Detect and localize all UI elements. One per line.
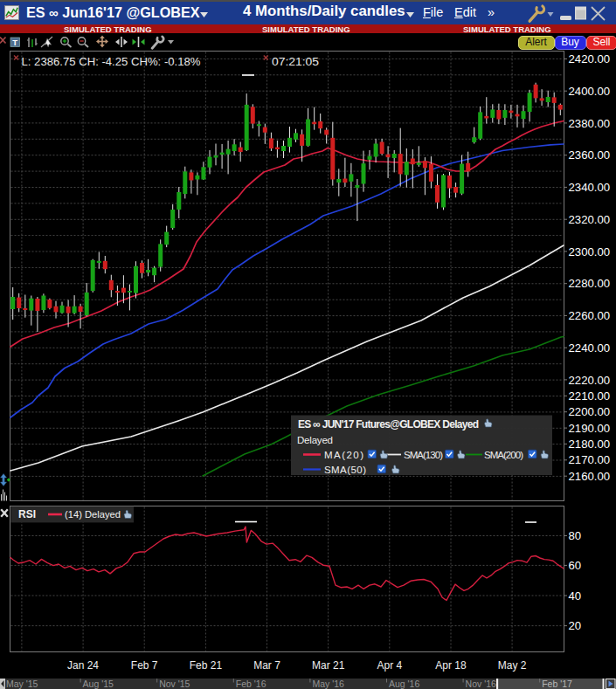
svg-text:Feb '17: Feb '17 [542, 679, 572, 689]
svg-text:07:21:05: 07:21:05 [272, 55, 319, 68]
svg-text:Apr 18: Apr 18 [435, 659, 467, 672]
svg-text:20: 20 [569, 619, 582, 632]
svg-text:2340.00: 2340.00 [569, 181, 611, 194]
svg-text:T: T [12, 38, 17, 47]
svg-text:May '16: May '16 [312, 679, 344, 689]
svg-text:ES ∞ JUN'17 Futures@GLOBEX Del: ES ∞ JUN'17 Futures@GLOBEX Delayed [298, 418, 479, 431]
svg-text:SMA(200): SMA(200) [484, 450, 523, 460]
svg-text:Aug '16: Aug '16 [389, 679, 419, 689]
svg-text:L: 2386.75 CH: -4.25 CH%: -0.1: L: 2386.75 CH: -4.25 CH%: -0.18% [22, 55, 201, 68]
svg-text:Mar 21: Mar 21 [312, 659, 345, 672]
svg-text:2190.00: 2190.00 [569, 422, 611, 435]
svg-text:2420.00: 2420.00 [569, 52, 611, 65]
svg-text:Nov '16: Nov '16 [466, 679, 496, 689]
svg-text:60: 60 [569, 559, 582, 572]
svg-text:May 2: May 2 [498, 659, 527, 672]
svg-text:Apr 4: Apr 4 [377, 659, 402, 672]
svg-text:2240.00: 2240.00 [569, 341, 611, 355]
svg-text:SMA(130): SMA(130) [404, 450, 443, 460]
svg-text:Jan 24: Jan 24 [67, 659, 99, 672]
svg-text:2320.00: 2320.00 [569, 213, 611, 226]
svg-text:2220.00: 2220.00 [569, 374, 611, 387]
svg-text:2260.00: 2260.00 [569, 309, 611, 322]
svg-text:2200.00: 2200.00 [569, 405, 611, 418]
svg-text:RSI: RSI [18, 508, 36, 520]
svg-text:2170.00: 2170.00 [569, 453, 611, 466]
svg-text:MA(20): MA(20) [324, 450, 363, 460]
svg-text:Feb 21: Feb 21 [190, 659, 223, 672]
svg-text:Nov '15: Nov '15 [159, 679, 190, 689]
svg-text:Feb 7: Feb 7 [131, 659, 158, 672]
svg-text:May '15: May '15 [6, 679, 38, 689]
svg-text:40: 40 [569, 589, 582, 603]
svg-text:2280.00: 2280.00 [569, 277, 611, 290]
svg-text:80: 80 [569, 529, 582, 542]
svg-text:2210.00: 2210.00 [569, 389, 611, 403]
svg-text:2180.00: 2180.00 [569, 438, 611, 451]
svg-text:Delayed: Delayed [297, 435, 333, 445]
svg-text:Mar 7: Mar 7 [253, 659, 280, 672]
svg-text:2360.00: 2360.00 [569, 148, 611, 162]
svg-text:2300.00: 2300.00 [569, 245, 611, 258]
svg-text:Feb '16: Feb '16 [236, 679, 266, 689]
svg-text:2400.00: 2400.00 [569, 85, 611, 98]
svg-text:(14) Delayed: (14) Delayed [65, 509, 121, 520]
svg-text:SMA(50): SMA(50) [324, 465, 366, 475]
svg-text:Aug '15: Aug '15 [83, 679, 114, 689]
svg-text:2380.00: 2380.00 [569, 117, 611, 130]
svg-text:2160.00: 2160.00 [569, 470, 611, 483]
